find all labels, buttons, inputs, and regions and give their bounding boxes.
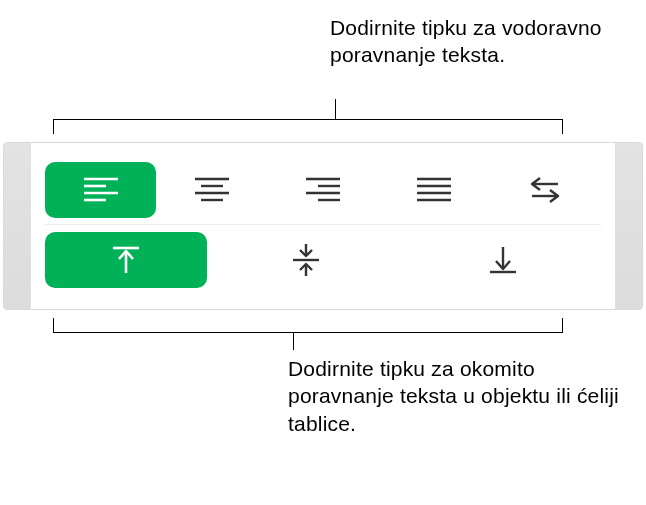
alignment-controls <box>30 143 616 309</box>
alignment-panel <box>3 142 643 310</box>
text-direction-icon <box>528 176 562 204</box>
align-left-button[interactable] <box>45 162 156 218</box>
callout-connector <box>335 99 336 119</box>
vertical-alignment-row <box>45 225 601 295</box>
text-direction-button[interactable] <box>490 162 601 218</box>
valign-middle-button[interactable] <box>207 232 404 288</box>
align-right-button[interactable] <box>267 162 378 218</box>
align-justify-button[interactable] <box>379 162 490 218</box>
align-left-icon <box>84 177 118 203</box>
valign-middle-icon <box>289 243 323 277</box>
callout-connector <box>53 318 54 333</box>
align-center-button[interactable] <box>156 162 267 218</box>
valign-top-icon <box>109 245 143 275</box>
callout-top-text: Dodirnite tipku za vodoravno poravnanje … <box>330 14 646 69</box>
callout-connector <box>53 119 54 134</box>
align-center-icon <box>195 177 229 203</box>
callout-connector <box>562 119 563 134</box>
callout-bottom-text: Dodirnite tipku za okomito poravnanje te… <box>288 355 646 437</box>
horizontal-alignment-row <box>45 155 601 225</box>
callout-connector <box>53 119 563 120</box>
valign-bottom-icon <box>486 245 520 275</box>
callout-connector <box>293 332 294 350</box>
callout-connector <box>562 318 563 333</box>
panel-right-gutter <box>616 143 642 309</box>
align-right-icon <box>306 177 340 203</box>
valign-bottom-button[interactable] <box>404 232 601 288</box>
callout-connector <box>53 332 563 333</box>
valign-top-button[interactable] <box>45 232 207 288</box>
panel-left-gutter <box>4 143 30 309</box>
align-justify-icon <box>417 177 451 203</box>
